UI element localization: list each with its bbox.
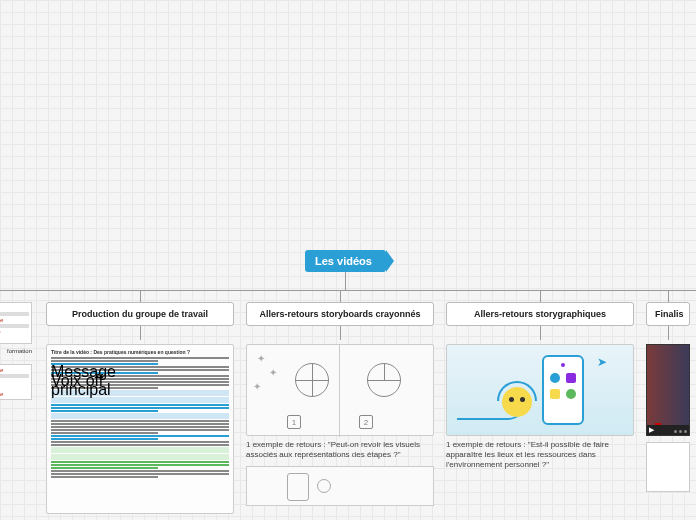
phone-icon: [542, 355, 584, 425]
branch-node[interactable]: Finalis: [646, 302, 690, 326]
branch-production: Production du groupe de travail Titre de…: [40, 290, 240, 514]
rocket-icon: ➤: [597, 355, 607, 369]
branch-label: Allers-retours storyboards crayonnés: [259, 309, 420, 319]
branch-label: Production du groupe de travail: [72, 309, 208, 319]
branch-label: Finalis: [655, 309, 684, 319]
connector: [540, 290, 541, 302]
sketch-thumbnail[interactable]: [246, 466, 434, 506]
root-label: Les vidéos: [315, 255, 372, 267]
connector: [540, 326, 541, 340]
branches-row: Production du groupe de travail Titre de…: [0, 290, 696, 520]
doc-subhead: Message principal: [51, 363, 158, 365]
connector: [340, 290, 341, 302]
branch-finalisation: Finalis ▶: [640, 290, 696, 492]
video-controls: ▶: [647, 425, 689, 435]
branch-storyboards: Allers-retours storyboards crayonnés ✦ ✦…: [240, 290, 440, 506]
connector: [140, 326, 141, 340]
branch-node[interactable]: Production du groupe de travail: [46, 302, 234, 326]
star-icon: ✦: [253, 381, 261, 392]
content-block: [646, 442, 690, 492]
thumbnail-caption: 1 exemple de retours : "Est-il possible …: [446, 440, 634, 470]
branch-node[interactable]: Allers-retours storygraphiques: [446, 302, 634, 326]
star-icon: ✦: [257, 353, 265, 364]
connector: [668, 290, 669, 302]
branch-label: Allers-retours storygraphiques: [474, 309, 606, 319]
connector: [668, 326, 669, 340]
video-thumbnail[interactable]: ▶: [646, 344, 690, 436]
storygraphic-thumbnail[interactable]: ➤: [446, 344, 634, 436]
connector: [140, 290, 141, 302]
branch-node[interactable]: Allers-retours storyboards crayonnés: [246, 302, 434, 326]
thumbnail-caption: 1 exemple de retours : "Peut-on revoir l…: [246, 440, 434, 460]
root-node[interactable]: Les vidéos: [305, 250, 386, 272]
doc-title: Titre de la vidéo : Des pratiques numéri…: [51, 349, 229, 355]
branch-storygraphiques: Allers-retours storygraphiques ➤ 1 exemp…: [440, 290, 640, 470]
play-icon: ▶: [649, 426, 654, 434]
connector: [340, 326, 341, 340]
star-icon: ✦: [269, 367, 277, 378]
character-icon: [502, 387, 532, 417]
document-thumbnail[interactable]: Titre de la vidéo : Des pratiques numéri…: [46, 344, 234, 514]
connector: [345, 272, 346, 290]
sketch-thumbnail[interactable]: ✦ ✦ ✦ 1 2: [246, 344, 434, 436]
